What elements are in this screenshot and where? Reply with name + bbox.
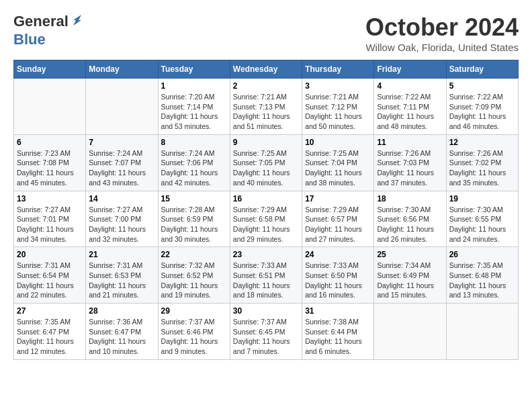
calendar-week-5: 27Sunrise: 7:35 AMSunset: 6:47 PMDayligh… xyxy=(14,304,519,360)
calendar-header-row: SundayMondayTuesdayWednesdayThursdayFrid… xyxy=(14,60,519,79)
calendar-cell: 28Sunrise: 7:36 AMSunset: 6:47 PMDayligh… xyxy=(86,304,158,360)
calendar-cell: 11Sunrise: 7:26 AMSunset: 7:03 PMDayligh… xyxy=(374,134,446,191)
day-number: 3 xyxy=(305,81,371,91)
col-header-thursday: Thursday xyxy=(302,60,374,79)
day-number: 8 xyxy=(161,138,227,147)
cell-text: Sunrise: 7:29 AM xyxy=(305,205,371,215)
calendar-cell: 10Sunrise: 7:25 AMSunset: 7:04 PMDayligh… xyxy=(302,134,374,191)
day-number: 28 xyxy=(89,306,154,316)
col-header-tuesday: Tuesday xyxy=(158,60,230,79)
calendar-cell: 18Sunrise: 7:30 AMSunset: 6:56 PMDayligh… xyxy=(374,191,446,247)
cell-text: Sunrise: 7:24 AM xyxy=(161,148,227,158)
cell-text: Sunrise: 7:21 AM xyxy=(233,92,299,102)
cell-text: Sunset: 6:45 PM xyxy=(233,327,299,337)
cell-text: Daylight: 11 hours and 6 minutes. xyxy=(305,336,371,356)
day-number: 20 xyxy=(17,250,83,259)
day-number: 6 xyxy=(17,138,83,147)
calendar-cell: 16Sunrise: 7:29 AMSunset: 6:58 PMDayligh… xyxy=(230,191,302,247)
calendar-cell xyxy=(86,79,158,135)
day-number: 27 xyxy=(17,306,83,316)
calendar-cell: 17Sunrise: 7:29 AMSunset: 6:57 PMDayligh… xyxy=(302,191,374,247)
day-number: 31 xyxy=(305,306,371,316)
day-number: 7 xyxy=(89,138,154,147)
cell-text: Sunset: 6:48 PM xyxy=(449,271,515,281)
cell-text: Sunset: 6:49 PM xyxy=(377,271,443,281)
day-number: 30 xyxy=(233,306,299,316)
calendar-cell xyxy=(14,79,86,135)
cell-text: Daylight: 11 hours and 15 minutes. xyxy=(377,281,443,300)
logo-text: General xyxy=(13,13,84,32)
calendar-cell xyxy=(446,304,518,360)
cell-text: Daylight: 11 hours and 40 minutes. xyxy=(233,168,299,187)
day-number: 12 xyxy=(449,138,515,147)
cell-text: Sunset: 7:14 PM xyxy=(161,102,227,112)
cell-text: Sunset: 6:53 PM xyxy=(89,271,154,281)
cell-text: Sunset: 7:04 PM xyxy=(305,158,371,168)
cell-text: Daylight: 11 hours and 19 minutes. xyxy=(161,281,227,300)
calendar-week-1: 1Sunrise: 7:20 AMSunset: 7:14 PMDaylight… xyxy=(14,79,519,135)
cell-text: Sunrise: 7:25 AM xyxy=(305,148,371,158)
cell-text: Sunrise: 7:35 AM xyxy=(17,317,83,327)
day-number: 9 xyxy=(233,138,299,147)
cell-text: Daylight: 11 hours and 10 minutes. xyxy=(89,336,154,356)
calendar-cell: 25Sunrise: 7:34 AMSunset: 6:49 PMDayligh… xyxy=(374,247,446,304)
day-number: 10 xyxy=(305,138,371,147)
cell-text: Sunrise: 7:30 AM xyxy=(377,205,443,215)
cell-text: Sunrise: 7:25 AM xyxy=(233,148,299,158)
day-number: 11 xyxy=(377,138,443,147)
calendar-cell: 23Sunrise: 7:33 AMSunset: 6:51 PMDayligh… xyxy=(230,247,302,304)
logo-icon xyxy=(69,13,84,28)
day-number: 29 xyxy=(161,306,227,316)
day-number: 18 xyxy=(377,194,443,203)
calendar-cell: 22Sunrise: 7:32 AMSunset: 6:52 PMDayligh… xyxy=(158,247,230,304)
cell-text: Daylight: 11 hours and 46 minutes. xyxy=(449,111,515,131)
cell-text: Sunrise: 7:34 AM xyxy=(377,261,443,271)
cell-text: Sunset: 6:44 PM xyxy=(305,327,371,337)
cell-text: Sunset: 7:12 PM xyxy=(305,102,371,112)
cell-text: Daylight: 11 hours and 34 minutes. xyxy=(17,224,83,244)
cell-text: Daylight: 11 hours and 18 minutes. xyxy=(233,281,299,300)
calendar-cell: 14Sunrise: 7:27 AMSunset: 7:00 PMDayligh… xyxy=(86,191,158,247)
calendar-cell: 19Sunrise: 7:30 AMSunset: 6:55 PMDayligh… xyxy=(446,191,518,247)
day-number: 23 xyxy=(233,250,299,259)
day-number: 14 xyxy=(89,194,154,203)
calendar-week-4: 20Sunrise: 7:31 AMSunset: 6:54 PMDayligh… xyxy=(14,247,519,304)
cell-text: Sunrise: 7:32 AM xyxy=(161,261,227,271)
calendar-cell: 8Sunrise: 7:24 AMSunset: 7:06 PMDaylight… xyxy=(158,134,230,191)
calendar-cell: 9Sunrise: 7:25 AMSunset: 7:05 PMDaylight… xyxy=(230,134,302,191)
col-header-wednesday: Wednesday xyxy=(230,60,302,79)
cell-text: Sunrise: 7:35 AM xyxy=(449,261,515,271)
logo: General Blue xyxy=(13,13,84,48)
cell-text: Daylight: 11 hours and 37 minutes. xyxy=(377,168,443,187)
cell-text: Sunset: 6:58 PM xyxy=(233,214,299,224)
calendar-cell: 4Sunrise: 7:22 AMSunset: 7:11 PMDaylight… xyxy=(374,79,446,135)
cell-text: Daylight: 11 hours and 16 minutes. xyxy=(305,281,371,300)
cell-text: Sunset: 6:59 PM xyxy=(161,214,227,224)
svg-marker-0 xyxy=(73,15,81,26)
day-number: 2 xyxy=(233,81,299,91)
cell-text: Daylight: 11 hours and 50 minutes. xyxy=(305,111,371,131)
cell-text: Sunrise: 7:38 AM xyxy=(305,317,371,327)
cell-text: Sunset: 6:47 PM xyxy=(17,327,83,337)
cell-text: Sunrise: 7:33 AM xyxy=(233,261,299,271)
calendar-cell: 15Sunrise: 7:28 AMSunset: 6:59 PMDayligh… xyxy=(158,191,230,247)
cell-text: Sunset: 6:50 PM xyxy=(305,271,371,281)
day-number: 25 xyxy=(377,250,443,259)
cell-text: Sunset: 7:05 PM xyxy=(233,158,299,168)
cell-text: Daylight: 11 hours and 53 minutes. xyxy=(161,111,227,131)
calendar-week-2: 6Sunrise: 7:23 AMSunset: 7:08 PMDaylight… xyxy=(14,134,519,191)
cell-text: Daylight: 11 hours and 38 minutes. xyxy=(305,168,371,187)
calendar-cell: 2Sunrise: 7:21 AMSunset: 7:13 PMDaylight… xyxy=(230,79,302,135)
day-number: 15 xyxy=(161,194,227,203)
location-subtitle: Willow Oak, Florida, United States xyxy=(365,42,519,53)
cell-text: Sunset: 6:54 PM xyxy=(17,271,83,281)
col-header-sunday: Sunday xyxy=(14,60,86,79)
calendar-cell: 21Sunrise: 7:31 AMSunset: 6:53 PMDayligh… xyxy=(86,247,158,304)
cell-text: Sunset: 6:57 PM xyxy=(305,214,371,224)
col-header-friday: Friday xyxy=(374,60,446,79)
cell-text: Daylight: 11 hours and 13 minutes. xyxy=(449,281,515,300)
day-number: 22 xyxy=(161,250,227,259)
cell-text: Sunrise: 7:21 AM xyxy=(305,92,371,102)
cell-text: Sunset: 7:00 PM xyxy=(89,214,154,224)
day-number: 5 xyxy=(449,81,515,91)
